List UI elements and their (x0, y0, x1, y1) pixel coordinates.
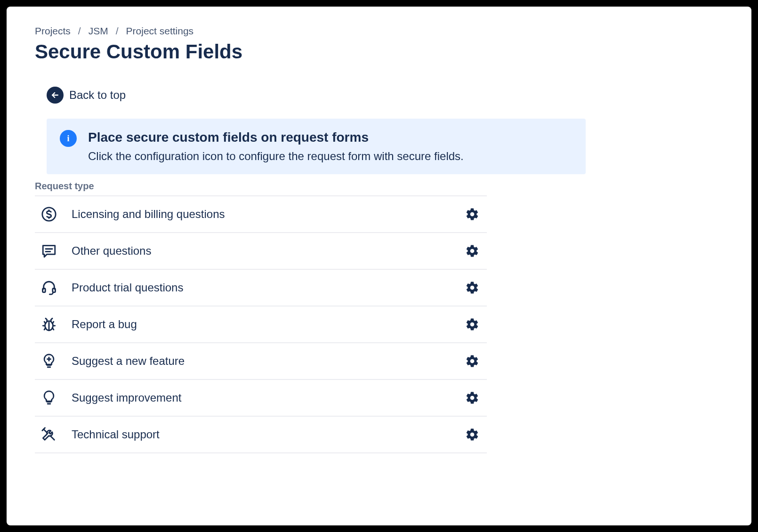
table-row: Licensing and billing questions (35, 195, 487, 232)
breadcrumb-separator: / (116, 25, 119, 37)
section-label: Request type (35, 181, 723, 192)
back-to-top-button[interactable]: Back to top (47, 87, 126, 104)
request-type-label: Suggest a new feature (72, 355, 464, 368)
configure-button[interactable] (464, 427, 480, 443)
table-row: Suggest improvement (35, 379, 487, 416)
configure-button[interactable] (464, 353, 480, 369)
lightbulb-icon (40, 388, 58, 407)
request-type-label: Suggest improvement (72, 391, 464, 404)
info-icon: i (60, 130, 77, 147)
request-type-label: Other questions (72, 244, 464, 258)
back-to-top-label: Back to top (69, 89, 126, 102)
request-type-label: Report a bug (72, 318, 464, 331)
info-panel: i Place secure custom fields on request … (47, 119, 586, 174)
arrow-left-icon (47, 87, 64, 104)
breadcrumb-separator: / (78, 25, 81, 37)
breadcrumb-project-settings[interactable]: Project settings (126, 25, 194, 37)
dollar-circle-icon (40, 205, 58, 224)
info-title: Place secure custom fields on request fo… (88, 130, 464, 145)
configure-button[interactable] (464, 316, 480, 332)
tools-icon (40, 425, 58, 444)
comment-icon (40, 242, 58, 260)
configure-button[interactable] (464, 280, 480, 296)
bug-icon (40, 315, 58, 334)
svg-rect-6 (43, 288, 46, 292)
page-title: Secure Custom Fields (35, 40, 723, 63)
table-row: Suggest a new feature (35, 342, 487, 379)
lightbulb-plus-icon (40, 352, 58, 371)
table-row: Other questions (35, 232, 487, 269)
table-row: Report a bug (35, 306, 487, 342)
configure-button[interactable] (464, 390, 480, 406)
headset-icon (40, 278, 58, 297)
breadcrumb-jsm[interactable]: JSM (89, 25, 108, 37)
request-type-label: Licensing and billing questions (72, 208, 464, 221)
table-row: Technical support (35, 416, 487, 453)
svg-line-16 (50, 436, 55, 440)
svg-rect-7 (53, 288, 56, 292)
request-type-label: Technical support (72, 428, 464, 441)
table-row: Product trial questions (35, 269, 487, 306)
request-type-table: Licensing and billing questions Other qu… (35, 195, 487, 453)
configure-button[interactable] (464, 243, 480, 259)
request-type-label: Product trial questions (72, 281, 464, 294)
breadcrumb: Projects / JSM / Project settings (35, 25, 723, 37)
breadcrumb-projects[interactable]: Projects (35, 25, 71, 37)
configure-button[interactable] (464, 206, 480, 222)
info-body: Click the configuration icon to configur… (88, 150, 464, 163)
